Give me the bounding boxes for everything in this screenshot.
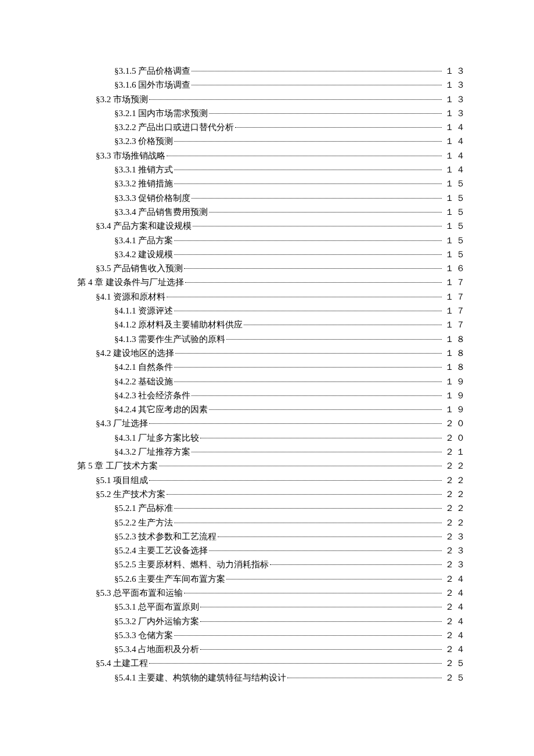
- toc-leader-dots: [167, 297, 442, 297]
- toc-entry-label: §5.3.3 仓储方案: [114, 628, 173, 642]
- toc-entry-label: §3.3.4 产品销售费用预测: [114, 205, 208, 219]
- toc-entry: §4.1 资源和原材料１７: [77, 290, 467, 304]
- toc-entry-label: §4.2.4 其它应考虑的因素: [114, 402, 208, 416]
- toc-entry: §5.2.1 产品标准２２: [77, 501, 467, 515]
- toc-entry-page: １５: [444, 247, 467, 261]
- toc-entry-page: ２２: [444, 501, 467, 515]
- toc-entry: §5.2.3 技术参数和工艺流程２３: [77, 530, 467, 543]
- toc-leader-dots: [192, 452, 442, 452]
- toc-entry-label: 第 4 章 建设条件与厂址选择: [77, 275, 184, 289]
- toc-entry: 第 4 章 建设条件与厂址选择１７: [77, 275, 467, 289]
- toc-entry-page: １７: [444, 290, 467, 304]
- toc-leader-dots: [193, 226, 442, 226]
- toc-entry-page: ２５: [444, 671, 467, 685]
- toc-leader-dots: [270, 564, 442, 565]
- toc-entry-label: §5.3.1 总平面布置原则: [114, 600, 199, 614]
- toc-entry: §4.2 建设地区的选择１８: [77, 346, 467, 360]
- toc-entry-page: ２４: [444, 642, 467, 656]
- toc-entry-label: §5.2.1 产品标准: [114, 501, 173, 515]
- toc-leader-dots: [174, 508, 442, 509]
- toc-entry-label: §5.1 项目组成: [96, 473, 148, 487]
- toc-leader-dots: [226, 579, 442, 579]
- toc-entry-page: ２４: [444, 614, 467, 628]
- toc-entry: §5.4 土建工程２５: [77, 656, 467, 670]
- toc-entry-label: §4.1.2 原材料及主要辅助材料供应: [114, 318, 243, 332]
- toc-entry-page: ２１: [444, 445, 467, 459]
- toc-entry-page: １８: [444, 346, 467, 360]
- toc-entry-label: §5.2 生产技术方案: [96, 487, 165, 501]
- toc-leader-dots: [149, 99, 442, 100]
- toc-entry-page: １７: [444, 318, 467, 332]
- toc-leader-dots: [149, 423, 442, 424]
- toc-entry-page: １５: [444, 205, 467, 219]
- toc-leader-dots: [287, 678, 442, 678]
- toc-entry: §3.3.1 推销方式１４: [77, 163, 467, 177]
- toc-entry-label: §3.4.2 建设规模: [114, 247, 173, 261]
- toc-entry-label: §4.2.2 基础设施: [114, 375, 173, 388]
- toc-entry-label: §4.3.2 厂址推荐方案: [114, 445, 190, 459]
- toc-entry-label: §3.4 产品方案和建设规模: [96, 219, 192, 233]
- toc-entry: §3.5 产品销售收入预测１６: [77, 261, 467, 275]
- toc-entry-label: §3.3.3 促销价格制度: [114, 191, 190, 205]
- toc-leader-dots: [149, 663, 442, 664]
- toc-entry-label: §5.2.3 技术参数和工艺流程: [114, 530, 217, 543]
- toc-leader-dots: [192, 85, 442, 85]
- toc-entry-page: １３: [444, 78, 467, 92]
- toc-leader-dots: [159, 466, 442, 466]
- toc-entry: §3.1.6 国外市场调查１３: [77, 78, 467, 92]
- toc-entry: §4.2.1 自然条件１８: [77, 360, 467, 374]
- toc-entry-page: ２２: [444, 473, 467, 487]
- toc-entry: §3.2 市场预测１３: [77, 92, 467, 106]
- toc-entry: §3.3.3 促销价格制度１５: [77, 191, 467, 205]
- toc-entry-page: １８: [444, 360, 467, 374]
- toc-entry: §5.4.1 主要建、构筑物的建筑特征与结构设计２５: [77, 671, 467, 685]
- toc-leader-dots: [174, 381, 442, 382]
- toc-entry-page: ２２: [444, 487, 467, 501]
- toc-entry-page: １４: [444, 163, 467, 177]
- toc-entry: §3.3.4 产品销售费用预测１５: [77, 205, 467, 219]
- toc-leader-dots: [192, 198, 442, 199]
- toc-entry-label: §5.2.6 主要生产车间布置方案: [114, 572, 225, 586]
- toc-entry-label: §3.5 产品销售收入预测: [96, 261, 183, 275]
- toc-leader-dots: [174, 141, 442, 142]
- toc-entry-page: ２３: [444, 557, 467, 571]
- toc-entry-page: １５: [444, 191, 467, 205]
- toc-entry-label: §4.1.3 需要作生产试验的原料: [114, 332, 225, 346]
- toc-entry-page: ２０: [444, 416, 467, 430]
- toc-entry-label: §3.2.3 价格预测: [114, 134, 173, 148]
- toc-leader-dots: [167, 156, 442, 156]
- toc-leader-dots: [209, 212, 442, 213]
- toc-entry-page: １５: [444, 177, 467, 190]
- toc-entry-page: ２２: [444, 459, 467, 473]
- toc-leader-dots: [175, 353, 442, 354]
- toc-leader-dots: [174, 635, 442, 636]
- toc-leader-dots: [174, 183, 442, 184]
- toc-entry-page: ２４: [444, 628, 467, 642]
- toc-leader-dots: [200, 438, 442, 438]
- toc-entry: §5.2.5 主要原材料、燃料、动力消耗指标２３: [77, 557, 467, 571]
- toc-entry-page: ２４: [444, 586, 467, 600]
- toc-entry: §3.2.3 价格预测１４: [77, 134, 467, 148]
- toc-entry: §3.4 产品方案和建设规模１５: [77, 219, 467, 233]
- toc-leader-dots: [209, 113, 442, 114]
- toc-entry-page: １３: [444, 92, 467, 106]
- toc-leader-dots: [200, 607, 442, 607]
- toc-entry-label: §4.1.1 资源评述: [114, 304, 173, 318]
- toc-entry: §4.3.1 厂址多方案比较２０: [77, 431, 467, 445]
- toc-entry: §3.4.2 建设规模１５: [77, 247, 467, 261]
- toc-entry: §4.1.2 原材料及主要辅助材料供应１７: [77, 318, 467, 332]
- toc-entry-page: ２３: [444, 530, 467, 543]
- toc-leader-dots: [167, 494, 442, 495]
- toc-leader-dots: [174, 240, 442, 241]
- toc-leader-dots: [218, 537, 442, 537]
- toc-entry: §3.2.2 产品出口或进口替代分析１４: [77, 120, 467, 134]
- toc-entry-page: １３: [444, 64, 467, 78]
- toc-entry-page: １９: [444, 375, 467, 388]
- toc-leader-dots: [192, 71, 442, 71]
- toc-entry-label: 第 5 章 工厂技术方案: [77, 459, 158, 473]
- toc-entry-label: §4.2.3 社会经济条件: [114, 388, 190, 402]
- toc-entry-label: §5.3.2 厂内外运输方案: [114, 614, 199, 628]
- toc-entry: §5.2 生产技术方案２２: [77, 487, 467, 501]
- toc-entry-page: １３: [444, 106, 467, 120]
- toc-entry: §3.3 市场推销战略１４: [77, 149, 467, 163]
